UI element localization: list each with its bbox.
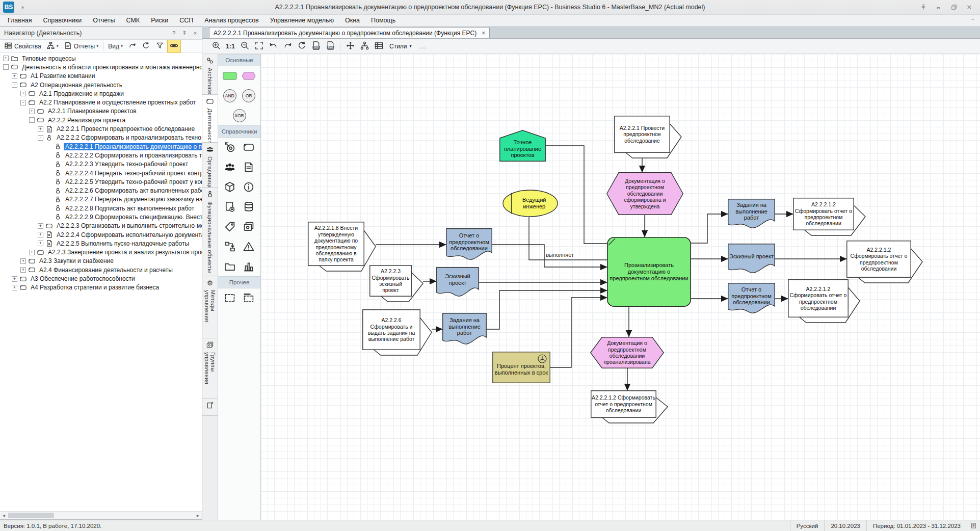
tree-item[interactable]: A2.2.2.2.5 Утвердить техно-рабочий проек… bbox=[0, 177, 202, 186]
interface-shape-ifc_top[interactable]: A2.2.2.1 Провести предпроектное обследов… bbox=[614, 116, 670, 153]
database-icon[interactable] bbox=[240, 200, 257, 214]
expand-icon[interactable]: + bbox=[12, 73, 17, 79]
document-shape-doc_eskiz_l[interactable]: Эскизный проект bbox=[436, 267, 479, 298]
export-svg-button[interactable]: SVG bbox=[309, 40, 323, 52]
tree-item[interactable]: A2.2.2.2.9 Сформировать спецификацию. Вн… bbox=[0, 213, 202, 221]
refresh-button[interactable] bbox=[140, 40, 152, 52]
tree-item[interactable]: +A2.2.2.4 Сформировать исполнительную до… bbox=[0, 230, 202, 239]
target-icon[interactable] bbox=[221, 141, 239, 154]
tree-item[interactable]: -A2 Операционная деятельность bbox=[0, 81, 202, 89]
gate-xor[interactable]: XOR bbox=[233, 109, 246, 122]
navigator-close-icon[interactable]: × bbox=[191, 29, 200, 38]
frame-title-icon[interactable] bbox=[240, 291, 257, 305]
expand-icon[interactable]: + bbox=[29, 250, 35, 255]
expand-icon[interactable]: + bbox=[38, 241, 43, 246]
cube-icon[interactable] bbox=[221, 180, 239, 194]
fit-to-window-button[interactable] bbox=[252, 40, 266, 52]
menu-item-ссп[interactable]: ССП bbox=[174, 15, 199, 25]
styles-dropdown[interactable]: Стили▾ bbox=[386, 43, 415, 50]
palette-tab-методы-управления[interactable]: Методы управления bbox=[202, 276, 218, 338]
ribbon-collapse-icon[interactable]: ⌃ bbox=[971, 18, 975, 23]
document-shape-doc_zadan_l[interactable]: Задания на выполнение работ bbox=[442, 313, 487, 346]
expand-icon[interactable]: + bbox=[3, 56, 9, 61]
diagram-tab[interactable]: A2.2.2.2.1 Проанализировать документацию… bbox=[209, 27, 490, 38]
tree-item[interactable]: +A2.4 Финансирование деятельности и расч… bbox=[0, 266, 202, 274]
gate-or[interactable]: OR bbox=[242, 89, 255, 102]
menu-item-окна[interactable]: Окна bbox=[339, 15, 365, 25]
org-shape-org1[interactable]: Ведущий инженер bbox=[502, 190, 558, 217]
tree-item[interactable]: +A2.3 Закупки и снабжение bbox=[0, 257, 202, 266]
menu-item-управление-моделью[interactable]: Управление моделью bbox=[264, 15, 339, 25]
collapse-icon[interactable]: - bbox=[38, 135, 43, 141]
align-center-button[interactable] bbox=[343, 40, 357, 52]
navigator-help-icon[interactable]: ? bbox=[169, 29, 178, 38]
tree-item[interactable]: A2.2.2.2.1 Проанализировать документацию… bbox=[0, 142, 202, 151]
interface-shape-ifc_b[interactable]: A2.2.2.1.2 Сформировать отчет о предпрое… bbox=[846, 241, 911, 278]
expand-icon[interactable]: + bbox=[12, 276, 17, 282]
interface-shape-ifc_a[interactable]: A2.2.2.1.2 Сформировать отчет о предпрое… bbox=[793, 198, 854, 230]
menu-item-риски[interactable]: Риски bbox=[145, 15, 174, 25]
tree-item[interactable]: +A2.2.2.1 Провести предпроектное обследо… bbox=[0, 124, 202, 133]
tree-item[interactable]: A2.2.2.2.8 Подписать акт выполненных раб… bbox=[0, 204, 202, 213]
goal-shape-goal1[interactable]: Точное планирование проектов bbox=[499, 130, 546, 162]
period-selector[interactable]: Период: 01.01.2023 - 31.12.2023 bbox=[866, 520, 967, 531]
minimize-button[interactable] bbox=[932, 2, 945, 12]
expand-icon[interactable]: + bbox=[38, 232, 43, 237]
warning-icon[interactable] bbox=[240, 240, 257, 253]
close-button[interactable] bbox=[963, 2, 976, 12]
styles-list-button[interactable] bbox=[372, 40, 385, 52]
info-icon[interactable] bbox=[240, 180, 257, 194]
kpi-shape-kpi1[interactable]: Процент проектов, выполненных в срок bbox=[492, 352, 550, 383]
go-to-button[interactable] bbox=[126, 40, 139, 52]
frame-icon[interactable] bbox=[221, 291, 239, 305]
refresh-diagram-button[interactable] bbox=[295, 40, 308, 52]
palette-tab-archimate[interactable]: Archimate bbox=[202, 54, 218, 95]
expand-icon[interactable]: + bbox=[20, 91, 26, 96]
tree-item[interactable]: A2.2.2.2.4 Передать техно-рабочий проект… bbox=[0, 169, 202, 177]
navigator-horizontal-scrollbar[interactable]: ◀ ▶ bbox=[0, 511, 202, 519]
people-icon[interactable] bbox=[221, 161, 239, 174]
tree-item[interactable]: -Деятельность в области проектирования и… bbox=[0, 63, 202, 71]
tree-item[interactable]: +A4 Разработка стратегии и развитие бизн… bbox=[0, 283, 202, 292]
tree-item[interactable]: A2.2.2.2.6 Сформировать акт выполненных … bbox=[0, 186, 202, 195]
decomposition-button[interactable] bbox=[358, 40, 371, 52]
event-shape-event2[interactable]: Документация о предпроектном обследовани… bbox=[590, 337, 664, 368]
chart-icon[interactable] bbox=[240, 260, 257, 273]
document-icon[interactable] bbox=[240, 161, 257, 174]
link-mode-button[interactable] bbox=[167, 40, 181, 53]
document-shape-doc_eskiz_r[interactable]: Эскизный проект bbox=[728, 244, 775, 274]
quick-access-toggle-icon[interactable]: ▾ bbox=[21, 5, 24, 10]
tree-item[interactable]: A2.2.2.2.3 Утвердить техно-рабочий проек… bbox=[0, 160, 202, 169]
zoom-out-button[interactable] bbox=[238, 40, 251, 52]
palette-tab-оргединицы[interactable]: Оргединицы bbox=[202, 143, 218, 188]
redo-button[interactable] bbox=[281, 40, 294, 52]
palette-tab-деятельность[interactable]: Деятельность bbox=[202, 95, 218, 143]
zoom-in-button[interactable] bbox=[209, 40, 223, 52]
banner-icon[interactable] bbox=[240, 141, 257, 154]
function-swatch[interactable] bbox=[221, 69, 239, 83]
event-swatch[interactable] bbox=[240, 69, 257, 83]
interface-shape-ifc_2226[interactable]: A2.2.2.6 Сформировать и выдать задания н… bbox=[362, 309, 420, 350]
zoom-actual-button[interactable]: 1:1 bbox=[224, 40, 237, 52]
collapse-icon[interactable]: - bbox=[12, 82, 17, 88]
document-shape-doc_otchet_r[interactable]: Отчет о предпроектном обследовании bbox=[728, 283, 775, 314]
expand-icon[interactable]: + bbox=[38, 223, 43, 229]
tab-close-icon[interactable]: × bbox=[482, 30, 485, 37]
orgchart-button[interactable]: ▾ bbox=[44, 40, 61, 52]
pin-window-button[interactable] bbox=[917, 2, 930, 12]
tree-item[interactable]: A2.2.2.2.7 Передать документацию заказчи… bbox=[0, 195, 202, 204]
expand-icon[interactable]: + bbox=[20, 267, 26, 273]
restore-button[interactable] bbox=[947, 2, 961, 12]
menu-item-смк[interactable]: СМК bbox=[121, 15, 146, 25]
document-shape-doc_zadan_r[interactable]: Задания на выполнение работ bbox=[728, 199, 775, 229]
expand-icon[interactable]: + bbox=[38, 126, 43, 132]
tree-item[interactable]: +A2.1 Продвижение и продажи bbox=[0, 89, 202, 98]
toolbar-overflow[interactable]: ... bbox=[420, 43, 427, 50]
flow-icon[interactable] bbox=[221, 240, 239, 253]
images-icon[interactable] bbox=[240, 220, 257, 233]
notes-icon[interactable] bbox=[967, 520, 980, 531]
palette-tab-new[interactable] bbox=[202, 399, 218, 416]
media-icon[interactable] bbox=[221, 200, 239, 214]
view-button[interactable]: Вид▾ bbox=[106, 42, 125, 51]
folder-icon[interactable] bbox=[221, 260, 239, 273]
